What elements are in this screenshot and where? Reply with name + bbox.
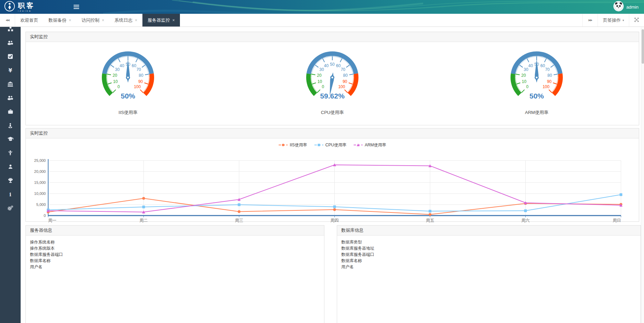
chart-legend: IIS使用率CPU使用率ARM使用率 <box>26 140 639 150</box>
tab-1[interactable]: 数据备份× <box>43 14 76 27</box>
tab-0[interactable]: 欢迎首页 <box>15 14 43 27</box>
list-item: 数据库类型 <box>341 239 636 245</box>
svg-text:周二: 周二 <box>140 218 148 222</box>
sidebar-item-11[interactable] <box>0 174 21 187</box>
fullscreen-button[interactable] <box>629 14 644 27</box>
sidebar-item-5[interactable] <box>0 91 21 105</box>
svg-text:70: 70 <box>341 67 345 72</box>
svg-text:30: 30 <box>319 67 324 72</box>
tab-actions-dropdown[interactable]: 页签操作 ▾ <box>598 14 629 27</box>
panel-title: 实时监控 <box>30 131 48 136</box>
username: admin <box>626 4 638 10</box>
tab-label: 服务器监控 <box>148 17 170 23</box>
tab-actions-label: 页签操作 <box>603 17 621 23</box>
tab-3[interactable]: 系统日志× <box>109 14 142 27</box>
gauge-panel: 实时监控 010203040506070809010050%IIS使用率0102… <box>25 32 639 125</box>
tab-close-icon[interactable]: × <box>102 18 104 22</box>
svg-text:80: 80 <box>343 73 348 78</box>
tab-4[interactable]: 服务器监控× <box>142 14 180 27</box>
sidebar-item-3[interactable]: ¥ <box>0 63 21 77</box>
sidebar-item-6[interactable] <box>0 105 21 118</box>
list-item: 数据库名称 <box>30 258 320 264</box>
user-icon <box>8 164 13 169</box>
chart-panel-header: 实时监控 <box>26 128 639 138</box>
sidebar-item-7[interactable] <box>0 118 21 132</box>
svg-text:40: 40 <box>120 63 125 68</box>
tab-close-icon[interactable]: × <box>172 18 175 22</box>
tab-close-icon[interactable]: × <box>69 18 71 22</box>
page-scrollbar <box>641 27 644 323</box>
trophy-icon <box>8 178 13 184</box>
sidebar-item-4[interactable] <box>0 77 21 91</box>
gauge-value: 59.62% <box>320 92 345 100</box>
sidebar-item-12[interactable]: i <box>0 187 21 201</box>
svg-text:25,000: 25,000 <box>34 158 46 163</box>
tab-scroll-right-button[interactable]: ▶▶ <box>582 14 598 27</box>
street-view-icon <box>8 123 13 128</box>
panel-title: 数据库信息 <box>341 228 364 233</box>
svg-text:i: i <box>9 191 11 197</box>
fullscreen-icon <box>634 17 639 23</box>
hamburger-icon <box>74 5 79 6</box>
cubes-icon <box>8 26 13 32</box>
yen-icon: ¥ <box>8 67 13 73</box>
svg-text:100: 100 <box>543 84 549 89</box>
sidebar-item-8[interactable] <box>0 132 21 146</box>
sidebar-item-2[interactable] <box>0 50 21 63</box>
svg-text:20,000: 20,000 <box>34 169 46 174</box>
user-menu[interactable]: admin <box>613 1 644 13</box>
svg-text:10,000: 10,000 <box>34 191 46 196</box>
bank-icon <box>7 81 13 87</box>
svg-text:90: 90 <box>138 79 143 84</box>
svg-text:¥: ¥ <box>9 67 12 73</box>
sidebar-item-13[interactable] <box>0 201 21 215</box>
sidebar-item-9[interactable] <box>0 146 21 160</box>
list-item: 数据库服务器端口 <box>341 251 636 258</box>
tab-2[interactable]: 访问控制× <box>76 14 109 27</box>
tab-close-icon[interactable]: × <box>135 18 137 22</box>
legend-item-2[interactable]: ARM使用率 <box>353 142 386 148</box>
svg-text:60: 60 <box>132 63 137 68</box>
legend-marker <box>353 143 363 147</box>
sidebar-item-10[interactable] <box>0 160 21 174</box>
svg-text:周四: 周四 <box>331 218 339 222</box>
gauge-2: 010203040506070809010050%ARM使用率 <box>478 44 595 116</box>
svg-text:10: 10 <box>113 79 118 84</box>
svg-text:周一: 周一 <box>48 218 56 222</box>
legend-item-0[interactable]: IIS使用率 <box>278 142 307 148</box>
sidebar-item-1[interactable] <box>0 36 21 50</box>
main-content: 实时监控 010203040506070809010050%IIS使用率0102… <box>21 27 644 323</box>
list-item: 数据库名称 <box>341 258 636 264</box>
tab-scroll-left-button[interactable]: ◀◀ <box>0 14 15 27</box>
svg-text:10: 10 <box>522 79 527 84</box>
line-chart-panel: 实时监控 IIS使用率CPU使用率ARM使用率 周一周二周三周四周五周六周日05… <box>25 128 639 222</box>
double-chevron-left-icon: ◀◀ <box>6 19 9 22</box>
panel-title: 服务器信息 <box>30 228 52 233</box>
logo-tie-icon <box>4 1 15 13</box>
gauge-panel-header: 实时监控 <box>26 32 639 42</box>
list-item: 数据库服务器端口 <box>30 251 320 258</box>
legend-marker <box>314 143 324 147</box>
list-item: 用户名 <box>341 264 636 270</box>
gauge-label: CPU使用率 <box>274 110 391 116</box>
svg-text:周三: 周三 <box>235 218 243 222</box>
gauges-row: 010203040506070809010050%IIS使用率010203040… <box>26 42 639 116</box>
svg-text:100: 100 <box>338 84 345 89</box>
users-icon <box>7 40 13 46</box>
menu-toggle-button[interactable] <box>69 0 83 14</box>
server-info-panel: 服务器信息 操作系统名称操作系统版本数据库服务器端口数据库名称用户名 <box>25 225 324 323</box>
legend-item-1[interactable]: CPU使用率 <box>314 142 346 148</box>
logo-subtext: IZHIKE <box>18 10 35 12</box>
navbar-decoration <box>0 0 644 14</box>
svg-text:30: 30 <box>115 67 120 72</box>
svg-text:0: 0 <box>322 84 324 89</box>
graduation-cap-icon <box>7 136 14 142</box>
svg-text:90: 90 <box>547 79 552 84</box>
tab-label: 欢迎首页 <box>20 17 38 23</box>
svg-text:70: 70 <box>545 67 550 72</box>
server-panel-header: 服务器信息 <box>26 226 324 236</box>
scrollbar-thumb[interactable] <box>642 29 644 64</box>
user-avatar <box>613 1 624 13</box>
database-info-list: 数据库类型数据库服务器地址数据库服务器端口数据库名称用户名 <box>337 236 641 273</box>
tab-label: 系统日志 <box>115 17 132 23</box>
